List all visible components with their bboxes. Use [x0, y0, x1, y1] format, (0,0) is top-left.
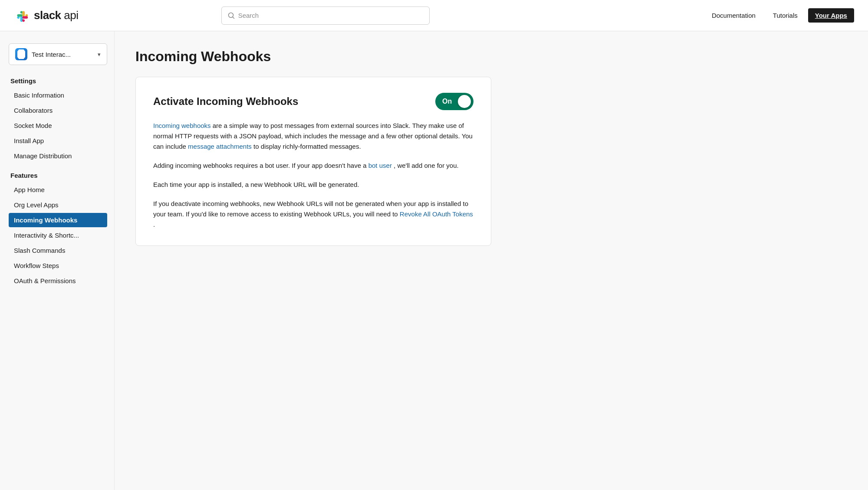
sidebar-item-app-home[interactable]: App Home [9, 183, 107, 197]
paragraph-4: If you deactivate incoming webhooks, new… [153, 199, 473, 230]
para-3-text-1: Each time your app is installed, a new W… [153, 181, 359, 188]
link-revoke-oauth[interactable]: Revoke All OAuth Tokens [400, 210, 473, 218]
link-bot-user[interactable]: bot user [368, 162, 392, 169]
search-input-wrapper[interactable] [221, 7, 430, 25]
settings-section-title: Settings [9, 77, 107, 85]
logo-text: slack api [34, 9, 79, 22]
nav-documentation[interactable]: Documentation [705, 8, 763, 23]
app-icon-shape [17, 49, 25, 59]
search-icon [228, 12, 235, 19]
link-incoming-webhooks[interactable]: Incoming webhooks [153, 122, 211, 129]
paragraph-1: Incoming webhooks are a simple way to po… [153, 121, 473, 152]
page-title: Incoming Webhooks [135, 49, 847, 65]
toggle-label: On [438, 98, 458, 105]
app-name: Test Interac... [32, 51, 93, 58]
app-icon [15, 48, 27, 60]
sidebar-item-basic-information[interactable]: Basic Information [9, 88, 107, 102]
sidebar: Test Interac... ▾ Settings Basic Informa… [0, 31, 115, 490]
sidebar-item-oauth-permissions[interactable]: OAuth & Permissions [9, 274, 107, 288]
sidebar-item-socket-mode[interactable]: Socket Mode [9, 118, 107, 133]
header-nav: Documentation Tutorials Your Apps [705, 8, 854, 23]
sidebar-item-interactivity[interactable]: Interactivity & Shortc... [9, 228, 107, 242]
para-1-text-2: to display richly-formatted messages. [253, 143, 361, 150]
activate-section: Activate Incoming Webhooks On [153, 93, 473, 110]
app-selector[interactable]: Test Interac... ▾ [9, 43, 107, 65]
link-message-attachments[interactable]: message attachments [188, 143, 252, 150]
settings-section: Settings Basic Information Collaborators… [9, 77, 107, 163]
main-content: Incoming Webhooks Activate Incoming Webh… [115, 31, 868, 490]
features-section: Features App Home Org Level Apps Incomin… [9, 172, 107, 288]
slack-logo-icon [14, 8, 30, 23]
page-layout: Test Interac... ▾ Settings Basic Informa… [0, 31, 868, 490]
para-2-text-2: , we'll add one for you. [394, 162, 459, 169]
search-input[interactable] [238, 12, 423, 19]
logo[interactable]: slack api [14, 8, 79, 23]
sidebar-item-workflow-steps[interactable]: Workflow Steps [9, 258, 107, 273]
search-bar [221, 7, 430, 25]
para-2-text-1: Adding incoming webhooks requires a bot … [153, 162, 368, 169]
svg-line-1 [233, 17, 234, 19]
features-section-title: Features [9, 172, 107, 179]
activate-title: Activate Incoming Webhooks [153, 95, 298, 108]
para-4-text-2: . [153, 221, 155, 228]
sidebar-item-slash-commands[interactable]: Slash Commands [9, 243, 107, 258]
toggle-wrapper: On [435, 93, 473, 110]
content-card: Activate Incoming Webhooks On Incoming w… [135, 77, 491, 246]
sidebar-item-install-app[interactable]: Install App [9, 134, 107, 148]
toggle-switch[interactable]: On [435, 93, 473, 110]
header: slack api Documentation Tutorials Your A… [0, 0, 868, 31]
toggle-knob [458, 95, 471, 108]
paragraph-2: Adding incoming webhooks requires a bot … [153, 160, 473, 171]
chevron-down-icon: ▾ [98, 51, 101, 58]
nav-tutorials[interactable]: Tutorials [766, 8, 805, 23]
paragraph-3: Each time your app is installed, a new W… [153, 180, 473, 190]
sidebar-item-manage-distribution[interactable]: Manage Distribution [9, 149, 107, 163]
sidebar-item-org-level-apps[interactable]: Org Level Apps [9, 198, 107, 212]
sidebar-item-incoming-webhooks[interactable]: Incoming Webhooks [9, 213, 107, 227]
nav-your-apps[interactable]: Your Apps [808, 8, 854, 23]
sidebar-item-collaborators[interactable]: Collaborators [9, 103, 107, 118]
